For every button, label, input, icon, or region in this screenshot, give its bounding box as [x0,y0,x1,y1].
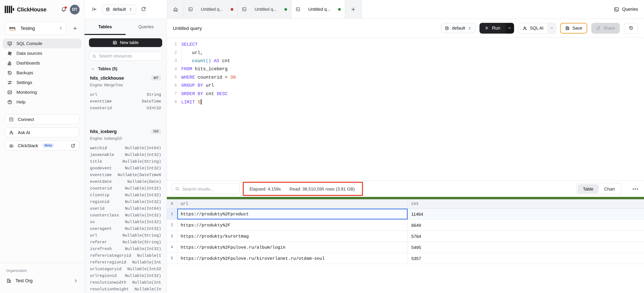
building-icon [6,278,12,283]
column-name: clientip [90,193,109,198]
home-tab-button[interactable] [167,0,184,19]
save-button[interactable]: Save [560,23,587,34]
cnt-cell[interactable]: 5764 [408,231,644,242]
help-icon [7,99,12,105]
result-row-3[interactable]: 3https://produkty/kurortmag5764 [167,231,644,242]
column-row[interactable]: urlNullable(String) [90,232,161,239]
sidebar-item-help[interactable]: Help [3,97,82,107]
sidebar-item-backups[interactable]: Backups [3,68,82,78]
column-row[interactable]: counteridUInt32 [90,105,161,112]
tab-queries[interactable]: Queries [126,19,166,35]
tab-label: Untitled q... [196,7,228,12]
column-row[interactable]: clientipNullable(Int32) [90,192,161,199]
line-number: 8 [167,100,177,105]
sidebar-item-label: Backups [16,70,33,75]
sidebar-item-dashboards[interactable]: Dashboards [3,58,82,68]
column-name: urlcategoryid [90,267,122,271]
result-row-4[interactable]: 4https://produkty%2Fpulove.ru/album/logi… [167,242,644,253]
avatar[interactable]: DT [70,5,80,14]
cnt-cell[interactable]: 11464 [408,209,644,219]
plus-icon [350,7,356,12]
ask-ai-button[interactable]: Ask AI [5,127,80,137]
url-cell[interactable]: https://produkty%2Fproduct [177,209,408,219]
run-options-button[interactable] [505,23,514,34]
col-header-url[interactable]: url [177,199,408,208]
search-resources-input[interactable] [98,54,159,59]
column-row[interactable]: goodeventNullable(Int32) [90,165,161,172]
column-row[interactable]: javaenableNullable(Int32) [90,152,161,158]
column-row[interactable]: eventtimeDateTime [90,98,161,105]
result-row-1[interactable]: 1https://produkty%2Fproduct11464 [167,209,644,220]
header-database-selector[interactable]: default [102,4,136,14]
url-cell[interactable]: https://produkty%2F [177,220,408,230]
workspace-selector[interactable]: aws Testing [5,22,66,35]
new-table-button[interactable]: New table [89,38,162,47]
tables-group-header[interactable]: Tables (5) [91,66,162,72]
sidebar-item-settings[interactable]: Settings [3,78,82,87]
url-cell[interactable]: https://produkty%2Fpulove.ru/album/login [177,242,408,253]
column-row[interactable]: urlcategoryidNullable(Int32 [90,266,161,272]
editor-database-selector[interactable]: default [441,23,476,33]
sidebar-item-monitoring[interactable]: Monitoring [3,87,82,97]
column-row[interactable]: regionidNullable(Int32) [90,199,161,205]
tab-tables[interactable]: Tables [84,19,126,35]
column-row[interactable]: osNullable(Int32) [90,219,161,225]
new-tab-button[interactable] [345,0,362,19]
results-more-button[interactable]: ••• [632,181,639,197]
org-selector[interactable]: Test Org [3,275,81,286]
top-header: default Untitled q...Untitled q...Untitl… [84,0,644,19]
column-row[interactable]: counterclassNullable(Int32) [90,212,161,219]
result-row-5[interactable]: 5https://produkty%2Fpulove.ru/kiroverlan… [167,253,644,264]
column-row[interactable]: watchidNullable(Int64) [90,145,161,152]
search-results-input[interactable] [182,186,237,192]
sql-editor[interactable]: 1SELECT2url,3count() AS cnt4FROM hits_ic… [167,38,644,180]
column-row[interactable]: eventtimeNullable(DateTime6 [90,172,161,178]
column-type: String [147,92,161,97]
column-row[interactable]: counteridNullable(Int32) [90,185,161,192]
sql-console-icon [7,41,12,46]
view-chart-tab[interactable]: Chart [599,184,620,194]
column-row[interactable]: refererregionidNullable(Int [90,259,161,266]
cnt-cell[interactable]: 6649 [408,220,644,230]
schema-table-name-row[interactable]: hits_icebergIS3 [90,127,161,136]
url-cell[interactable]: https://produkty%2Fpulove.ru/kiroverlane… [177,253,408,264]
refresh-button[interactable] [141,7,146,12]
column-row[interactable]: resolutionwidthNullable(Int [90,279,161,286]
tab-label: Untitled q... [304,7,335,12]
query-tab-3[interactable]: Untitled q... [291,0,345,19]
refresh-icon [141,7,146,12]
query-tab-1[interactable]: Untitled q... [184,0,238,19]
connect-button[interactable]: Connect [5,114,80,124]
sql-ai-options-button[interactable] [548,23,556,33]
cnt-cell[interactable]: 5357 [408,253,644,264]
url-cell[interactable]: https://produkty/kurortmag [177,231,408,242]
view-table-tab[interactable]: Table [578,184,599,194]
clickstack-button[interactable]: ClickStack Beta [5,140,80,151]
queries-button[interactable]: Queries [614,0,638,19]
notifications-bell-icon[interactable] [61,7,66,12]
column-row[interactable]: urlregionidNullable(Int32) [90,272,161,279]
col-header-cnt[interactable]: cnt [408,199,644,208]
column-row[interactable]: useragentNullable(Int32) [90,225,161,232]
result-row-2[interactable]: 2https://produkty%2F6649 [167,220,644,231]
column-row[interactable]: resolutionheightNullable(In [90,286,161,293]
query-tab-2[interactable]: Untitled q... [238,0,291,19]
column-row[interactable]: referercategoryidNullable(I [90,252,161,259]
cnt-cell[interactable]: 5495 [408,242,644,253]
column-row[interactable]: useridNullable(Int64) [90,205,161,212]
column-row[interactable]: refererNullable(String) [90,239,161,246]
collapse-sidebar-button[interactable] [92,7,97,12]
terminal-icon [614,7,619,12]
column-row[interactable]: eventdateNullable(Date) [90,178,161,185]
add-workspace-button[interactable] [71,24,79,32]
sql-ai-button[interactable]: SQL AI [518,23,548,33]
schema-table-name-row[interactable]: hits_clickhouseMT [90,74,161,82]
share-button[interactable]: Share [592,23,620,34]
sidebar-item-sql-console[interactable]: SQL Console [3,39,82,48]
run-button[interactable]: Run [480,23,505,34]
sidebar-item-data-sources[interactable]: Data sources [3,48,82,58]
column-row[interactable]: titleNullable(String) [90,158,161,165]
column-row[interactable]: urlString [90,91,161,98]
column-row[interactable]: isrefreshNullable(Int32) [90,246,161,252]
query-history-button[interactable] [624,23,638,34]
